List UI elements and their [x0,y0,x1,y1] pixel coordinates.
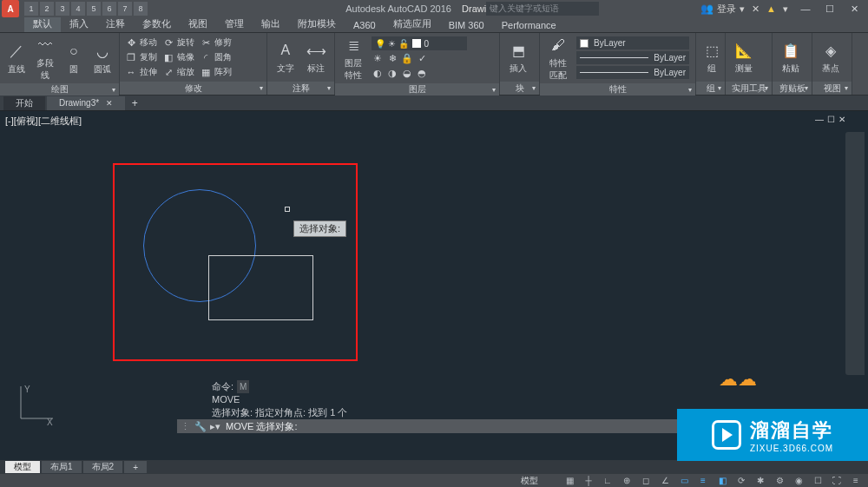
isolate-icon[interactable]: ◉ [792,475,806,486]
ribbon-tab[interactable]: 默认 [24,16,61,32]
ribbon-tab[interactable]: 插入 [61,16,97,32]
layer-dropdown[interactable]: 💡 ☀ 🔓 0 [372,36,467,50]
drawing-viewport[interactable]: [-][俯视][二维线框] — ☐ ✕ 选择对象: Y X ☁☁ 命令:M MO… [0,111,868,460]
measure-button[interactable]: 📐测量 [731,40,757,75]
panel-title[interactable]: 注释▾ [267,82,334,95]
linetype-dropdown[interactable]: ByLayer [576,66,689,79]
panel-title[interactable]: 绘图▾ [0,83,119,95]
trim-button[interactable]: ✂修剪 [200,36,232,49]
layer-tool-icon[interactable]: ◑ [386,67,398,79]
hardware-accel-icon[interactable]: ☐ [811,475,825,486]
vp-restore-icon[interactable]: ☐ [827,115,835,124]
panel-title[interactable]: 组▾ [696,82,725,95]
paste-button[interactable]: 📋粘贴 [778,40,804,75]
maximize-button[interactable]: ☐ [819,2,840,16]
line-button[interactable]: ／直线 [5,41,29,76]
dimension-button[interactable]: ⟷标注 [304,40,330,75]
layout-tab[interactable]: 布局2 [83,461,123,473]
basepoint-button[interactable]: ◈基点 [818,40,844,75]
drawing-object-rectangle[interactable] [208,255,313,320]
viewport-label[interactable]: [-][俯视][二维线框] [5,115,82,128]
help-icon[interactable]: ▲ [766,3,776,14]
workspace-icon[interactable]: ⚙ [773,475,786,486]
panel-title[interactable]: 图层▾ [335,83,499,95]
minimize-button[interactable]: — [795,2,816,16]
panel-title[interactable]: 视图▾ [812,82,852,95]
qat-btn[interactable]: 1 [24,2,38,16]
polyline-button[interactable]: 〰多段线 [34,35,57,82]
ribbon-tab[interactable]: 管理 [216,16,253,32]
panel-title[interactable]: 实用工具▾ [726,82,772,95]
navigation-bar[interactable] [845,132,865,375]
layer-properties-button[interactable]: ≣图层 特性 [340,35,366,82]
layer-tool-icon[interactable]: ✓ [416,52,428,64]
color-dropdown[interactable]: ByLayer [576,36,689,49]
layout-tab[interactable]: 布局1 [42,461,82,473]
qat-btn[interactable]: 5 [87,2,101,16]
layer-tool-icon[interactable]: ◐ [372,67,384,79]
clean-screen-icon[interactable]: ⛶ [830,475,844,486]
close-button[interactable]: ✕ [844,2,865,16]
customize-status-icon[interactable]: ≡ [849,475,863,486]
vp-minimize-icon[interactable]: — [815,115,824,124]
panel-title[interactable]: 特性▾ [540,83,695,95]
annotation-scale-icon[interactable]: ✱ [753,475,767,486]
lineweight-dropdown[interactable]: ByLayer [576,51,689,64]
dynamic-input-icon[interactable]: ▭ [677,475,691,486]
layer-tool-icon[interactable]: ❄ [386,52,398,64]
ribbon-tab[interactable]: A360 [345,18,385,32]
new-tab-button[interactable]: + [127,96,142,110]
sign-in-button[interactable]: 👥 登录 ▾ [700,3,745,16]
file-tab-drawing[interactable]: Drawing3*✕ [47,96,125,110]
osnap-toggle-icon[interactable]: ◻ [639,475,653,486]
help-dropdown-icon[interactable]: ▾ [783,3,788,15]
array-button[interactable]: ▦阵列 [200,65,232,79]
command-line[interactable]: ⋮ 🔧 ▸▾ MOVE 选择对象: [177,419,677,433]
qat-btn[interactable]: 7 [118,2,132,16]
ribbon-tab[interactable]: BIM 360 [440,18,493,32]
scale-button[interactable]: ⤢缩放 [162,65,194,79]
lineweight-toggle-icon[interactable]: ≡ [696,475,710,486]
recent-commands-icon[interactable]: ▸▾ [208,421,226,432]
drag-handle-icon[interactable]: ⋮ [177,421,193,432]
layer-tool-icon[interactable]: ◓ [416,67,428,79]
qat-btn[interactable]: 8 [134,2,148,16]
move-button[interactable]: ✥移动 [125,36,157,49]
status-model-label[interactable]: 模型 [521,475,538,487]
rotate-button[interactable]: ⟳旋转 [162,36,194,49]
selection-cycling-icon[interactable]: ⟳ [734,475,748,486]
qat-btn[interactable]: 2 [40,2,54,16]
ribbon-tab[interactable]: 注释 [97,16,134,32]
layout-tab-model[interactable]: 模型 [5,461,40,473]
layer-tool-icon[interactable]: ☀ [372,52,384,64]
circle-button[interactable]: ○圆 [62,41,86,76]
qat-btn[interactable]: 4 [71,2,85,16]
exchange-icon[interactable]: ✕ [752,3,760,15]
qat-btn[interactable]: 6 [102,2,116,16]
insert-block-button[interactable]: ⬒插入 [505,40,531,75]
snap-toggle-icon[interactable]: ┼ [582,475,595,486]
file-tab-start[interactable]: 开始 [3,96,45,110]
polar-toggle-icon[interactable]: ⊕ [620,475,634,486]
panel-title[interactable]: 块▾ [500,82,539,95]
text-button[interactable]: A文字 [273,40,299,75]
add-layout-button[interactable]: + [124,461,147,473]
stretch-button[interactable]: ↔拉伸 [125,65,157,79]
ribbon-tab[interactable]: Performance [493,18,565,32]
group-button[interactable]: ⬚组 [701,40,722,75]
panel-title[interactable]: 修改▾ [120,82,266,95]
otrack-toggle-icon[interactable]: ∠ [658,475,672,486]
transparency-toggle-icon[interactable]: ◧ [715,475,729,486]
ribbon-tab[interactable]: 精选应用 [385,16,440,32]
arc-button[interactable]: ◡圆弧 [90,41,114,76]
app-icon[interactable]: A [2,0,19,17]
layer-tool-icon[interactable]: ◒ [401,67,413,79]
match-properties-button[interactable]: 🖌特性 匹配 [545,35,571,82]
vp-close-icon[interactable]: ✕ [838,115,845,124]
ribbon-tab[interactable]: 附加模块 [289,16,345,32]
ortho-toggle-icon[interactable]: ∟ [601,475,615,486]
grid-toggle-icon[interactable]: ▦ [562,475,576,486]
ribbon-tab[interactable]: 输出 [253,16,289,32]
ribbon-tab[interactable]: 参数化 [134,16,180,32]
help-search-input[interactable]: 键入关键字或短语 [486,2,599,16]
